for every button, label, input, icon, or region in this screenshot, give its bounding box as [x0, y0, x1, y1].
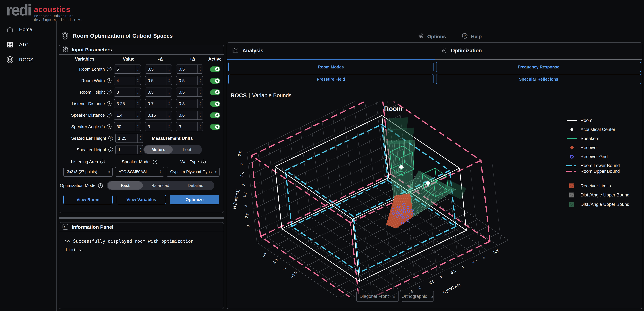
- dropdown-wall-type[interactable]: Gypsum-Plywood-Gypsu∧∨: [166, 167, 220, 177]
- chevron-up-icon[interactable]: ∧: [168, 67, 170, 69]
- sidebar-item-home[interactable]: Home: [0, 24, 56, 35]
- legend-item-1[interactable]: Acoustical Center: [566, 127, 616, 132]
- value-input[interactable]: 1∧∨: [115, 145, 143, 154]
- legend-item-0[interactable]: Room: [566, 118, 592, 123]
- legend-item-4[interactable]: Receiver Grid: [566, 154, 608, 160]
- spinner-buttons[interactable]: ∧∨: [166, 122, 172, 131]
- tab-optimization[interactable]: Optimization: [440, 43, 482, 59]
- mode-option-fast[interactable]: Fast: [108, 181, 143, 190]
- chevron-down-icon[interactable]: ∨: [168, 104, 170, 106]
- dropdown-speaker-model[interactable]: ATC SCM50ASL∧∨: [115, 167, 164, 177]
- chevron-up-icon[interactable]: ∧: [137, 113, 139, 115]
- chevron-up-icon[interactable]: ∧: [140, 147, 141, 149]
- chevron-down-icon[interactable]: ∨: [168, 70, 170, 71]
- question-icon[interactable]: ?: [107, 78, 112, 83]
- question-icon[interactable]: ?: [107, 67, 112, 71]
- question-icon[interactable]: ?: [107, 101, 112, 106]
- spinner-buttons[interactable]: ∧∨: [166, 76, 172, 85]
- chevron-up-icon[interactable]: ∧: [168, 101, 170, 103]
- chevron-down-icon[interactable]: ∨: [140, 139, 141, 141]
- spinner-buttons[interactable]: ∧∨: [197, 111, 203, 119]
- legend-item-8[interactable]: Dist./Angle Upper Bound: [566, 192, 629, 198]
- chevron-down-icon[interactable]: ∨: [168, 127, 170, 129]
- chevron-down-icon[interactable]: ∨: [140, 150, 141, 152]
- chevron-up-icon[interactable]: ∧: [137, 67, 139, 69]
- chevron-down-icon[interactable]: ∨: [168, 116, 170, 118]
- spinner-buttons[interactable]: ∧∨: [197, 122, 203, 131]
- chevron-up-icon[interactable]: ∧: [199, 90, 201, 92]
- chevron-up-icon[interactable]: ∧: [140, 136, 141, 138]
- value-input[interactable]: 30∧∨: [114, 122, 141, 131]
- minus-delta-input[interactable]: 0.15∧∨: [145, 111, 172, 120]
- options-button[interactable]: Options: [418, 33, 446, 40]
- chevron-up-icon[interactable]: ∧: [168, 124, 170, 126]
- chevron-down-icon[interactable]: ∨: [137, 70, 139, 71]
- value-input[interactable]: 1.4∧∨: [114, 111, 141, 120]
- legend-item-2[interactable]: Speakers: [566, 136, 599, 142]
- chevron-up-icon[interactable]: ∧: [199, 78, 201, 80]
- minus-delta-input[interactable]: 0.5∧∨: [145, 65, 172, 74]
- legend-item-6[interactable]: Room Upper Bound: [566, 168, 620, 174]
- chevron-up-icon[interactable]: ∧: [199, 67, 201, 69]
- chevron-down-icon[interactable]: ∨: [168, 93, 170, 95]
- chevron-up-icon[interactable]: ∧: [137, 124, 139, 126]
- spinner-buttons[interactable]: ∧∨: [135, 65, 140, 73]
- mode-option-balanced[interactable]: Balanced: [143, 181, 178, 190]
- question-icon[interactable]: ?: [153, 160, 158, 164]
- panel-splitter-handle[interactable]: [59, 217, 224, 219]
- value-input[interactable]: 4∧∨: [114, 76, 141, 85]
- chevron-up-icon[interactable]: ∧: [199, 124, 201, 126]
- legend-item-7[interactable]: Receiver Limits: [566, 183, 611, 189]
- chevron-up-icon[interactable]: ∧: [168, 90, 170, 92]
- spinner-buttons[interactable]: ∧∨: [135, 111, 140, 119]
- chevron-down-icon[interactable]: ∨: [137, 81, 139, 83]
- minus-delta-input[interactable]: 0.3∧∨: [145, 88, 172, 97]
- minus-delta-input[interactable]: 0.7∧∨: [145, 99, 172, 108]
- chevron-up-icon[interactable]: ∧: [199, 101, 201, 103]
- minus-delta-input[interactable]: 3∧∨: [145, 122, 172, 131]
- chevron-up-icon[interactable]: ∧: [137, 101, 139, 103]
- active-toggle[interactable]: [210, 89, 220, 95]
- chevron-down-icon[interactable]: ∨: [199, 81, 201, 83]
- question-icon[interactable]: ?: [108, 136, 113, 141]
- plus-delta-input[interactable]: 3∧∨: [176, 122, 203, 131]
- legend-item-3[interactable]: Receiver: [566, 145, 598, 151]
- chevron-down-icon[interactable]: ∨: [137, 104, 139, 106]
- room-modes-button[interactable]: Room Modes: [228, 62, 434, 72]
- view-room-button[interactable]: View Room: [63, 195, 113, 204]
- chevron-down-icon[interactable]: ∨: [199, 104, 201, 106]
- question-icon[interactable]: ?: [108, 147, 113, 152]
- chevron-down-icon[interactable]: ∨: [199, 116, 201, 118]
- specular-reflections-button[interactable]: Specular Reflecions: [436, 74, 641, 84]
- plus-delta-input[interactable]: 0.5∧∨: [176, 88, 203, 97]
- projection-dropdown[interactable]: Orthographic ▲: [402, 291, 434, 302]
- chevron-up-icon[interactable]: ∧: [168, 78, 170, 80]
- question-icon[interactable]: ?: [98, 183, 103, 188]
- chevron-down-icon[interactable]: ∨: [137, 116, 139, 118]
- value-input[interactable]: 3.25∧∨: [114, 99, 141, 108]
- units-option-feet[interactable]: Feet: [173, 145, 201, 154]
- chevron-up-icon[interactable]: ∧: [199, 113, 201, 115]
- chevron-down-icon[interactable]: ∨: [199, 93, 201, 95]
- question-icon[interactable]: ?: [100, 160, 105, 164]
- chevron-down-icon[interactable]: ∨: [199, 70, 201, 71]
- plus-delta-input[interactable]: 0.6∧∨: [176, 111, 203, 120]
- chevron-up-icon[interactable]: ∧: [137, 90, 139, 92]
- minus-delta-input[interactable]: 0.5∧∨: [145, 76, 172, 85]
- spinner-buttons[interactable]: ∧∨: [135, 99, 140, 108]
- help-button[interactable]: ? Help: [462, 33, 482, 40]
- chevron-down-icon[interactable]: ∨: [168, 81, 170, 83]
- sidebar-item-rocs[interactable]: ROCS: [0, 55, 56, 65]
- optimize-button[interactable]: Optimize: [170, 195, 219, 204]
- legend-item-9[interactable]: Dist./Angle Upper Bound: [566, 201, 629, 207]
- frequency-response-button[interactable]: Frequency Response: [436, 62, 641, 72]
- spinner-buttons[interactable]: ∧∨: [135, 76, 140, 85]
- spinner-buttons[interactable]: ∧∨: [197, 88, 203, 96]
- chevron-down-icon[interactable]: ∨: [199, 127, 201, 129]
- legend-item-5[interactable]: Room Lower Bound: [566, 163, 620, 168]
- active-toggle[interactable]: [210, 78, 220, 84]
- pressure-field-button[interactable]: Pressure Field: [228, 74, 434, 84]
- spinner-buttons[interactable]: ∧∨: [197, 65, 203, 73]
- plus-delta-input[interactable]: 0.3∧∨: [176, 99, 203, 108]
- spinner-buttons[interactable]: ∧∨: [138, 145, 143, 154]
